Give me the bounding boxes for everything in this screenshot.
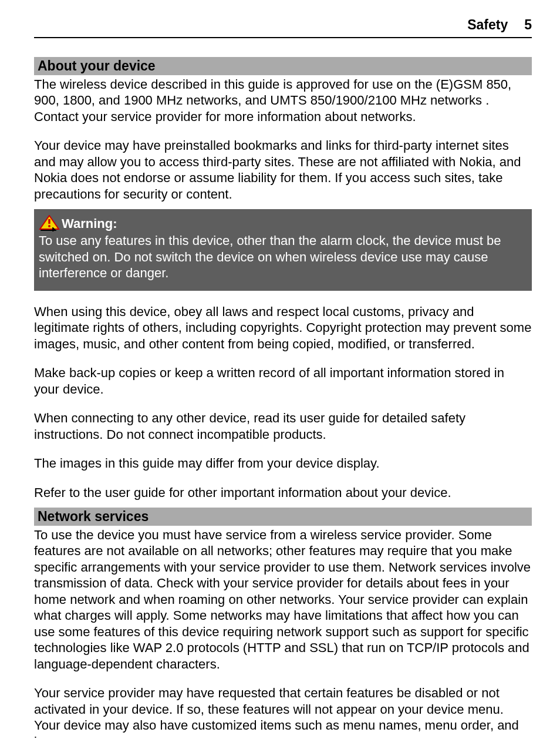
about-content: The wireless device described in this gu… xyxy=(34,76,532,203)
section-header-network: Network services xyxy=(34,508,532,526)
network-paragraph-1: To use the device you must have service … xyxy=(34,527,532,673)
section-header-about: About your device xyxy=(34,57,532,75)
connecting-paragraph: When connecting to any other device, rea… xyxy=(34,410,532,442)
warning-icon xyxy=(39,215,60,231)
about-paragraph-1: The wireless device described in this gu… xyxy=(34,76,532,125)
images-differ-paragraph: The images in this guide may differ from… xyxy=(34,455,532,472)
network-paragraph-2: Your service provider may have requested… xyxy=(34,685,532,739)
usage-laws-paragraph: When using this device, obey all laws an… xyxy=(34,304,532,352)
refer-guide-paragraph: Refer to the user guide for other import… xyxy=(34,485,532,501)
network-content: To use the device you must have service … xyxy=(34,527,532,739)
page-container: Safety 5 About your device The wireless … xyxy=(0,0,560,739)
warning-box: Warning: To use any features in this dev… xyxy=(34,209,532,291)
about-paragraph-2: Your device may have preinstalled bookma… xyxy=(34,137,532,202)
warning-label: Warning: xyxy=(62,216,117,232)
svg-point-2 xyxy=(48,225,50,227)
header-page-number: 5 xyxy=(524,16,532,33)
header-section-title: Safety xyxy=(467,16,508,33)
warning-header: Warning: xyxy=(39,215,527,231)
page-header: Safety 5 xyxy=(34,16,532,38)
warning-text: To use any features in this device, othe… xyxy=(39,233,527,281)
after-warning-content: When using this device, obey all laws an… xyxy=(34,304,532,501)
backup-paragraph: Make back-up copies or keep a written re… xyxy=(34,365,532,397)
svg-rect-1 xyxy=(48,219,50,224)
